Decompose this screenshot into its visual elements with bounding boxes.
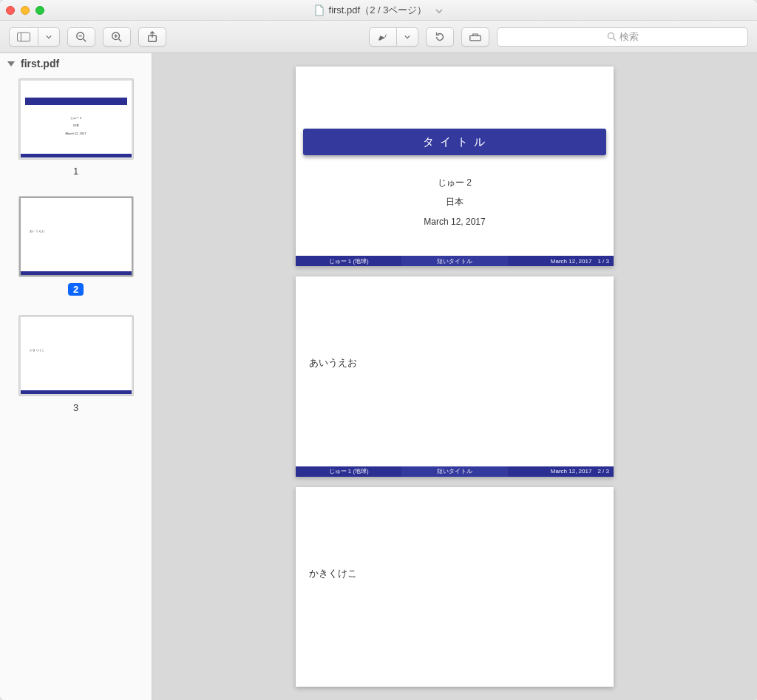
- footer-page: 1 / 3: [597, 258, 609, 265]
- window-title-text: first.pdf（2 / 3ページ）: [329, 4, 427, 17]
- toolbar: 検索: [0, 21, 757, 53]
- slide-title-band: タ イ ト ル: [303, 129, 606, 155]
- slide-meta: じゅー 2 日本 March 12, 2017: [296, 173, 614, 231]
- thumbnails-list: じゅー 2 日本 March 12, 2017 1 あいうえお: [0, 74, 152, 700]
- titlebar: first.pdf（2 / 3ページ）: [0, 0, 757, 21]
- share-button[interactable]: [138, 27, 166, 47]
- preview-window: first.pdf（2 / 3ページ）: [0, 0, 757, 700]
- window-title: first.pdf（2 / 3ページ）: [0, 4, 757, 17]
- search-placeholder: 検索: [619, 30, 639, 44]
- svg-line-3: [84, 38, 86, 41]
- mini-date: March 12, 2017: [21, 132, 132, 135]
- document-viewer[interactable]: タ イ ト ル じゅー 2 日本 March 12, 2017 じゅー 1 (地…: [152, 53, 757, 700]
- search-icon: [607, 32, 617, 41]
- footer-page: 2 / 3: [597, 468, 609, 475]
- svg-rect-10: [470, 35, 481, 40]
- thumbnail-number: 3: [73, 402, 78, 413]
- svg-line-6: [119, 38, 122, 41]
- document-icon: [314, 4, 325, 16]
- slide-date: March 12, 2017: [296, 212, 614, 231]
- footer-mid: 短いタイトル: [401, 466, 507, 477]
- slide-affil: 日本: [296, 192, 614, 211]
- search-field[interactable]: 検索: [497, 27, 748, 47]
- footer-date: March 12, 2017: [551, 258, 592, 265]
- title-dropdown-icon[interactable]: [435, 4, 443, 16]
- sidebar-header[interactable]: first.pdf: [0, 53, 152, 74]
- markup-button[interactable]: [369, 27, 418, 47]
- footer-date: March 12, 2017: [551, 468, 592, 475]
- thumbnail-number: 1: [73, 166, 78, 177]
- sidebar-filename: first.pdf: [21, 58, 59, 69]
- footer-left: じゅー 1 (地球): [296, 466, 401, 477]
- slide-author: じゅー 2: [296, 173, 614, 192]
- footer-mid: 短いタイトル: [401, 256, 507, 266]
- body: first.pdf じゅー 2 日本 March 12, 2017: [0, 53, 757, 700]
- svg-rect-0: [17, 33, 30, 41]
- thumbnail-1[interactable]: じゅー 2 日本 March 12, 2017 1: [0, 78, 152, 177]
- rotate-button[interactable]: [426, 27, 454, 47]
- disclosure-triangle-icon: [7, 61, 15, 67]
- footer-right: March 12, 2017 1 / 3: [508, 256, 614, 266]
- sidebar-view-button[interactable]: [9, 27, 60, 47]
- footer-left: じゅー 1 (地球): [296, 256, 401, 266]
- slide-footer: じゅー 1 (地球) 短いタイトル March 12, 2017 1 / 3: [296, 256, 614, 266]
- markup-toolbar-button[interactable]: [461, 27, 489, 47]
- thumbnail-3[interactable]: かきくけこ 3: [0, 315, 152, 413]
- thumbnail-number: 2: [68, 283, 84, 296]
- mini-p3: かきくけこ: [30, 348, 44, 352]
- svg-line-12: [613, 38, 615, 41]
- mini-affil: 日本: [21, 123, 132, 127]
- thumbnail-2[interactable]: あいうえお 2: [0, 196, 152, 296]
- slide-footer: じゅー 1 (地球) 短いタイトル March 12, 2017 2 / 3: [296, 466, 614, 477]
- slide-title: タ イ ト ル: [423, 135, 487, 149]
- thumbnails-sidebar: first.pdf じゅー 2 日本 March 12, 2017: [0, 53, 152, 700]
- footer-right: March 12, 2017 2 / 3: [508, 466, 614, 477]
- zoom-out-button[interactable]: [67, 27, 95, 47]
- page-1[interactable]: タ イ ト ル じゅー 2 日本 March 12, 2017 じゅー 1 (地…: [296, 67, 614, 266]
- page-2[interactable]: あいうえお じゅー 1 (地球) 短いタイトル March 12, 2017 2…: [296, 276, 614, 476]
- slide-content: あいうえお: [309, 356, 357, 370]
- mini-p2: あいうえお: [30, 229, 44, 233]
- pages: タ イ ト ル じゅー 2 日本 March 12, 2017 じゅー 1 (地…: [296, 53, 614, 700]
- mini-author: じゅー 2: [21, 116, 132, 120]
- zoom-in-button[interactable]: [103, 27, 131, 47]
- svg-point-11: [608, 33, 614, 38]
- slide-content: かきくけこ: [309, 567, 357, 580]
- page-3[interactable]: かきくけこ: [296, 487, 614, 687]
